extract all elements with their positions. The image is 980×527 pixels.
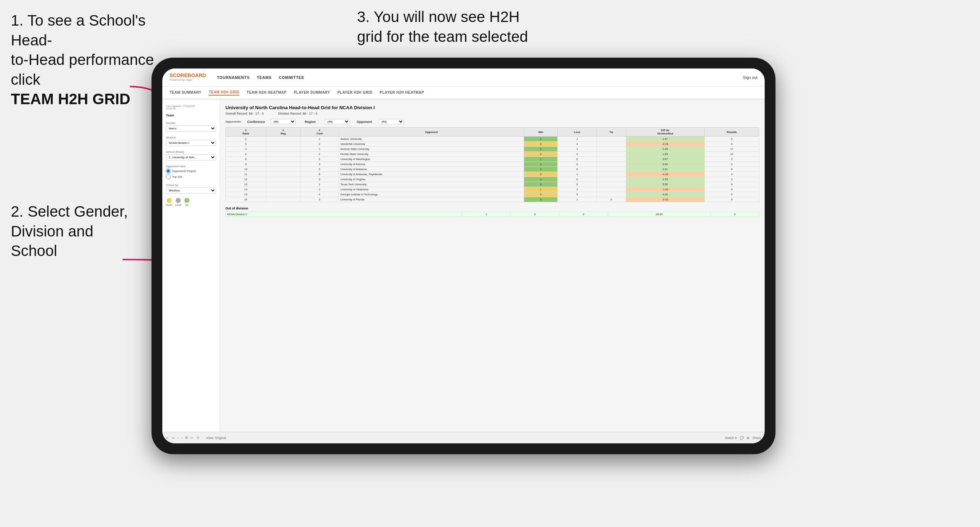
out-of-division-table: NCAA Division II 1 0 0 26.00 3 (226, 211, 759, 217)
cell-reg (266, 142, 301, 147)
cell-diff: 2.61 (626, 167, 705, 172)
table-row: 13 1 Texas Tech University 3 0 5.56 9 (226, 182, 759, 187)
cell-rank: 6 (226, 152, 266, 157)
out-of-division-label: Out of division (226, 206, 759, 210)
cell-diff: 9.00 (626, 162, 705, 167)
cell-conf: 1 (301, 137, 339, 142)
col-loss: Loss (558, 128, 597, 137)
cell-rounds: 9 (705, 197, 759, 202)
nav-tournaments[interactable]: TOURNAMENTS (217, 75, 250, 80)
cell-rounds: 9 (705, 182, 759, 187)
tab-player-h2h-grid[interactable]: PLAYER H2H GRID (337, 90, 372, 95)
ood-rounds: 3 (711, 212, 759, 217)
tab-team-h2h-grid[interactable]: TEAM H2H GRID (208, 90, 239, 95)
cell-win: 3 (524, 182, 558, 187)
cell-rounds: 12 (705, 152, 759, 157)
cell-tie (597, 192, 626, 197)
tablet-device: SCOREBOARD Powered by clippi TOURNAMENTS… (151, 58, 775, 454)
school-select[interactable]: 1. University of Nort... (166, 154, 216, 160)
cell-opponent: University of Arkansas, Fayetteville (339, 172, 524, 177)
cell-rounds: 9 (705, 192, 759, 197)
cell-loss: 1 (558, 172, 597, 177)
back-btn[interactable]: ‹ (177, 436, 178, 440)
col-reg: #Reg (266, 128, 301, 137)
opponent-filter[interactable]: (All) (379, 119, 404, 124)
conference-filter[interactable]: (All) (270, 119, 296, 124)
view-original-btn[interactable]: View: Original (206, 436, 226, 440)
logo-sub: Powered by clippi (170, 79, 206, 82)
cell-opponent: University of Oklahoma (339, 187, 524, 192)
table-row: 14 2 University of Oklahoma 1 2 -1.00 9 (226, 187, 759, 192)
region-filter[interactable]: (All) (325, 119, 350, 124)
radio-top100[interactable]: Top 100 (166, 175, 216, 179)
table-row: 10 5 University of Alabama 3 0 2.61 8 (226, 167, 759, 172)
cell-win: 1 (524, 177, 558, 182)
undo-btn[interactable]: ↩ (166, 436, 169, 440)
cell-win: 5 (524, 147, 558, 152)
comment-btn[interactable]: 💬 (740, 436, 744, 440)
tab-player-h2h-heatmap[interactable]: PLAYER H2H HEATMAP (380, 90, 424, 95)
cell-loss: 0 (558, 167, 597, 172)
cell-conf: 4 (301, 192, 339, 197)
cell-diff: 2.29 (626, 147, 705, 152)
cell-tie (597, 162, 626, 167)
cell-opponent: University of Washington (339, 157, 524, 162)
tab-player-summary[interactable]: PLAYER SUMMARY (294, 90, 330, 95)
overall-record: Overall Record: 89 - 17 - 0 (226, 112, 264, 115)
cell-conf: 6 (301, 172, 339, 177)
ann3-line2: grid for the team selected (357, 28, 528, 45)
table-row: 9 3 University of Arizona 1 0 9.00 2 (226, 162, 759, 167)
col-conf: #Conf (301, 128, 339, 137)
division-select[interactable]: NCAA Division I (166, 140, 216, 146)
opponent-section-label: Opponent (353, 120, 375, 124)
clock-btn[interactable]: ⏱ (196, 436, 199, 440)
colour-select[interactable]: Win/loss (166, 187, 216, 194)
cell-reg (266, 177, 301, 182)
sign-out-link[interactable]: Sign out (743, 75, 757, 80)
cell-opponent: Auburn University (339, 137, 524, 142)
toolbar: ↩ ↪ ‹ › ⧉ ✂ ⏱ | View: Original Watch ▾ 💬… (162, 432, 765, 443)
annotation-2: 2. Select Gender, Division and School (11, 202, 148, 261)
division-record: Division Record: 88 - 17 - 0 (278, 112, 317, 115)
out-of-division-row: NCAA Division II 1 0 0 26.00 3 (226, 212, 759, 217)
ood-division: NCAA Division II (226, 212, 462, 217)
cut-btn[interactable]: ✂ (191, 436, 193, 440)
gender-label: Gender (166, 121, 216, 125)
cell-win: 0 (524, 192, 558, 197)
redo-btn[interactable]: ↪ (172, 436, 175, 440)
grid-btn[interactable]: ⊞ (747, 436, 749, 440)
cell-diff: -6.42 (626, 197, 705, 202)
cell-reg (266, 147, 301, 152)
cell-tie (597, 137, 626, 142)
filter-row: Opponents: Conference (All) Region (All)… (226, 119, 759, 124)
annotation-1: 1. To see a School's Head- to-Head perfo… (11, 11, 162, 109)
grid-area: University of North Carolina Head-to-Hea… (220, 100, 765, 432)
nav-committee[interactable]: COMMITTEE (279, 75, 304, 80)
cell-tie (597, 187, 626, 192)
radio-opponents-played[interactable]: Opponents Played (166, 169, 216, 173)
ood-tie: 0 (560, 212, 608, 217)
cell-win: 1 (524, 187, 558, 192)
cell-rank: 9 (226, 162, 266, 167)
forward-btn[interactable]: › (181, 436, 183, 440)
col-diff: Diff AvStrokes/Rnd (626, 128, 705, 137)
cell-reg (266, 137, 301, 142)
share-btn[interactable]: Share (752, 436, 761, 440)
cell-loss: 0 (558, 162, 597, 167)
cell-opponent: University of Virginia (339, 177, 524, 182)
cell-diff: 3.67 (626, 157, 705, 162)
cell-opponent: Georgia Institute of Technology (339, 192, 524, 197)
tab-team-summary[interactable]: TEAM SUMMARY (170, 90, 201, 95)
cell-reg (266, 197, 301, 202)
cell-rounds: 8 (705, 142, 759, 147)
team-label: Team (166, 114, 216, 117)
tab-team-h2h-heatmap[interactable]: TEAM H2H HEATMAP (247, 90, 287, 95)
watch-btn[interactable]: Watch ▾ (725, 436, 737, 440)
nav-bar: SCOREBOARD Powered by clippi TOURNAMENTS… (162, 68, 765, 87)
gender-select[interactable]: Men's (166, 125, 216, 132)
cell-diff: 1.83 (626, 152, 705, 157)
cell-conf: 3 (301, 197, 339, 202)
copy-btn[interactable]: ⧉ (185, 436, 188, 440)
cell-diff: 1.67 (626, 137, 705, 142)
nav-teams[interactable]: TEAMS (257, 75, 272, 80)
